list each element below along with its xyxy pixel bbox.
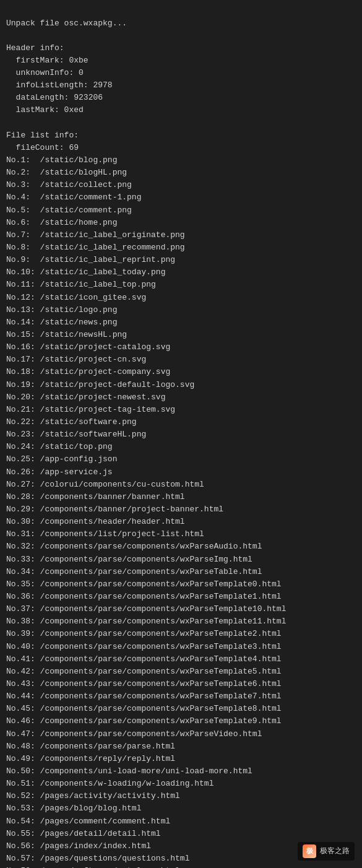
terminal-line: No.40: /components/parse/components/wxPa… (6, 641, 356, 653)
terminal-line: No.25: /app-config.json (6, 453, 356, 466)
terminal-line: No.51: /components/w-loading/w-loading.h… (6, 778, 356, 790)
terminal-line: infoListLength: 2978 (6, 79, 356, 92)
terminal-line: No.26: /app-service.js (6, 466, 356, 479)
terminal-line: No.50: /components/uni-load-more/uni-loa… (6, 765, 356, 778)
terminal-line: No.18: /static/project-company.svg (6, 366, 356, 378)
terminal-line: File list info: (6, 129, 356, 142)
terminal-line: No.24: /static/top.png (6, 441, 356, 453)
terminal-line: No.21: /static/project-tag-item.svg (6, 404, 356, 416)
terminal-line: No.49: /components/reply/reply.html (6, 753, 356, 765)
terminal-line: No.11: /static/ic_label_top.png (6, 279, 356, 291)
terminal-output: Unpack file osc.wxapkg... Header info: f… (6, 5, 356, 868)
terminal-line: No.7: /static/ic_label_originate.png (6, 229, 356, 241)
terminal-line: No.35: /components/parse/components/wxPa… (6, 578, 356, 591)
terminal-line: No.8: /static/ic_label_recommend.png (6, 241, 356, 254)
watermark-label: 极客之路 (320, 846, 350, 857)
terminal-line: No.12: /static/icon_gitee.svg (6, 292, 356, 304)
terminal-line: No.36: /components/parse/components/wxPa… (6, 591, 356, 603)
terminal-line: No.39: /components/parse/components/wxPa… (6, 628, 356, 640)
terminal-line: Header info: (6, 42, 356, 54)
terminal-line: No.54: /pages/comment/comment.html (6, 815, 356, 828)
terminal-line: No.29: /components/banner/project-banner… (6, 503, 356, 516)
terminal-line: No.23: /static/softwareHL.png (6, 428, 356, 441)
terminal-line: No.22: /static/software.png (6, 416, 356, 428)
terminal-line: fileCount: 69 (6, 142, 356, 154)
terminal-line: No.6: /static/home.png (6, 217, 356, 229)
terminal-line: No.44: /components/parse/components/wxPa… (6, 690, 356, 703)
terminal-line: No.55: /pages/detail/detail.html (6, 828, 356, 840)
terminal-line: No.45: /components/parse/components/wxPa… (6, 703, 356, 715)
terminal-line: No.28: /components/banner/banner.html (6, 491, 356, 503)
terminal-line (6, 117, 356, 129)
terminal-line: No.38: /components/parse/components/wxPa… (6, 615, 356, 628)
terminal-line: No.46: /components/parse/components/wxPa… (6, 715, 356, 727)
terminal-line (6, 30, 356, 42)
terminal-line: No.31: /components/list/project-list.htm… (6, 528, 356, 540)
terminal-line: No.4: /static/comment-1.png (6, 191, 356, 204)
terminal-line: No.14: /static/news.png (6, 316, 356, 329)
terminal-line: No.13: /static/logo.png (6, 304, 356, 316)
terminal-line: firstMark: 0xbe (6, 54, 356, 67)
terminal-line: No.20: /static/project-newest.svg (6, 391, 356, 404)
terminal-line: No.10: /static/ic_label_today.png (6, 266, 356, 279)
terminal-line: No.27: /colorui/components/cu-custom.htm… (6, 479, 356, 491)
terminal-line: No.1: /static/blog.png (6, 154, 356, 167)
terminal-line: No.34: /components/parse/components/wxPa… (6, 566, 356, 578)
terminal-line: No.15: /static/newsHL.png (6, 329, 356, 341)
terminal-line: No.33: /components/parse/components/wxPa… (6, 553, 356, 566)
terminal-line: No.5: /static/comment.png (6, 204, 356, 217)
terminal-line: No.53: /pages/blog/blog.html (6, 802, 356, 815)
terminal-line: No.43: /components/parse/components/wxPa… (6, 678, 356, 690)
terminal-line: No.9: /static/ic_label_reprint.png (6, 254, 356, 266)
terminal-line: No.16: /static/project-catalog.svg (6, 341, 356, 354)
terminal-line: lastMark: 0xed (6, 104, 356, 116)
terminal-line: No.19: /static/project-default-logo.svg (6, 379, 356, 391)
terminal-line: No.30: /components/header/header.html (6, 516, 356, 528)
terminal-line: No.3: /static/collect.png (6, 179, 356, 191)
terminal-line: Unpack file osc.wxapkg... (6, 17, 356, 30)
terminal-line: No.52: /pages/activity/activity.html (6, 790, 356, 802)
terminal-line: No.41: /components/parse/components/wxPa… (6, 653, 356, 666)
terminal-line: No.2: /static/blogHL.png (6, 167, 356, 179)
terminal-line: unknownInfo: 0 (6, 67, 356, 79)
watermark-icon: 极 (303, 844, 316, 858)
terminal-line: dataLength: 923206 (6, 92, 356, 104)
terminal-line: No.47: /components/parse/components/wxPa… (6, 728, 356, 740)
terminal-line: No.48: /components/parse/parse.html (6, 740, 356, 753)
terminal-line: No.32: /components/parse/components/wxPa… (6, 540, 356, 553)
terminal-line: No.58: /pages/software/catalogs.html (6, 865, 356, 868)
terminal-line: No.42: /components/parse/components/wxPa… (6, 666, 356, 678)
watermark: 极 极客之路 (298, 842, 355, 861)
terminal-line: No.17: /static/project-cn.svg (6, 354, 356, 366)
terminal-line: No.37: /components/parse/components/wxPa… (6, 603, 356, 615)
